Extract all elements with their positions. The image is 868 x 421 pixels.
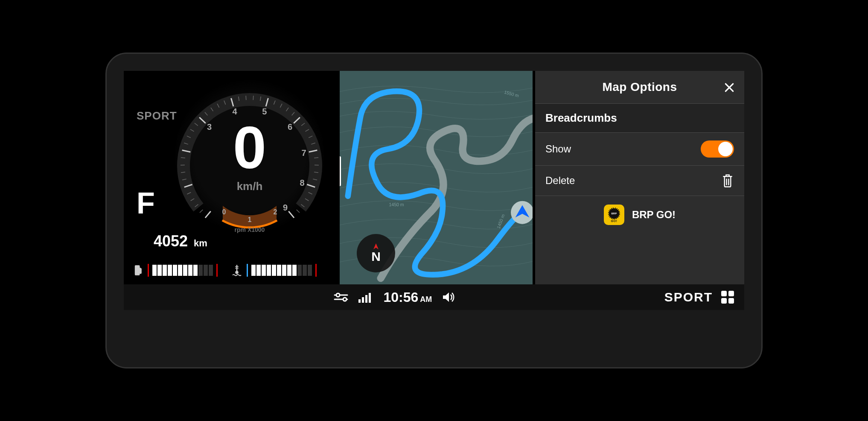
section-breadcrumbs: Breadcrumbs (535, 103, 744, 133)
fuel-low-cap (148, 264, 149, 277)
scroll-indicator[interactable] (340, 156, 341, 186)
svg-text:9: 9 (283, 203, 288, 212)
svg-point-68 (343, 298, 347, 301)
svg-line-1 (200, 210, 203, 213)
show-toggle[interactable] (701, 140, 734, 158)
brp-go-label: BRP GO! (632, 209, 676, 221)
map-panel[interactable]: 1450 m 1450 m 1550 m N (340, 71, 533, 284)
svg-rect-70 (362, 297, 364, 303)
clock: 10:56AM (383, 289, 432, 305)
svg-line-22 (246, 96, 246, 100)
trash-icon[interactable] (721, 173, 734, 188)
svg-rect-57 (136, 267, 138, 269)
fuel-high-cap (216, 264, 218, 277)
svg-text:1: 1 (248, 216, 252, 223)
svg-line-45 (288, 211, 294, 218)
svg-point-66 (336, 293, 340, 297)
svg-rect-69 (358, 299, 361, 303)
close-icon[interactable] (724, 82, 735, 93)
elevation-label: 1450 m (389, 202, 404, 207)
panel-title: Map Options (602, 80, 677, 94)
device-frame: SPORT F 3456789 (105, 53, 763, 368)
volume-icon[interactable] (442, 291, 456, 303)
speed-unit: km/h (175, 180, 324, 193)
fuel-gauge (132, 264, 218, 277)
time-ampm: AM (420, 295, 432, 304)
coolant-temp-icon (230, 264, 243, 277)
tachometer: 3456789 0 1 2 0 km/h rpm X1000 (175, 75, 324, 237)
time-value: 10:56 (383, 289, 418, 305)
option-delete-breadcrumbs[interactable]: Delete (535, 166, 744, 196)
svg-rect-71 (365, 295, 367, 303)
svg-line-0 (205, 211, 211, 218)
show-label: Show (545, 143, 571, 155)
temp-gauge (230, 264, 317, 277)
fuel-segments (152, 265, 213, 276)
map-options-panel: Map Options Breadcrumbs Show Delete (535, 71, 744, 284)
svg-text:2: 2 (274, 208, 277, 216)
gauge-panel: SPORT F 3456789 (124, 71, 337, 284)
main-area: SPORT F 3456789 (124, 71, 744, 284)
temp-hot-cap (315, 264, 317, 277)
odometer: 4052 km (154, 232, 207, 250)
signal-icon (358, 292, 373, 303)
settings-slider-icon[interactable] (334, 292, 348, 302)
toggle-knob (718, 142, 733, 156)
temp-cold-cap (247, 264, 248, 277)
svg-text:0: 0 (222, 208, 226, 216)
compass-letter: N (371, 249, 381, 264)
status-mode[interactable]: SPORT (664, 290, 713, 304)
speed-value: 0 (175, 118, 324, 178)
brp-go-app-row[interactable]: BRP GO! BRP GO! (535, 196, 744, 234)
drive-mode-label: SPORT (137, 109, 177, 123)
status-bar: 10:56AM SPORT (124, 284, 744, 310)
status-center: 10:56AM (134, 289, 656, 305)
compass[interactable]: N (357, 234, 395, 272)
fuel-icon (132, 264, 144, 276)
svg-line-23 (253, 96, 253, 100)
gear-indicator: F (137, 186, 155, 220)
delete-label: Delete (545, 175, 575, 187)
temp-segments (251, 265, 312, 276)
odometer-value: 4052 (154, 232, 188, 250)
odometer-unit: km (194, 238, 207, 249)
option-show-breadcrumbs[interactable]: Show (535, 133, 744, 166)
brp-go-icon: BRP GO! (604, 205, 624, 225)
apps-grid-icon[interactable] (721, 291, 734, 304)
bar-gauges-row (132, 264, 333, 277)
panel-header: Map Options (535, 71, 744, 103)
screen: SPORT F 3456789 (124, 71, 744, 310)
svg-point-59 (235, 271, 239, 274)
svg-line-44 (297, 210, 300, 213)
svg-rect-58 (236, 265, 238, 272)
svg-rect-72 (369, 293, 371, 303)
